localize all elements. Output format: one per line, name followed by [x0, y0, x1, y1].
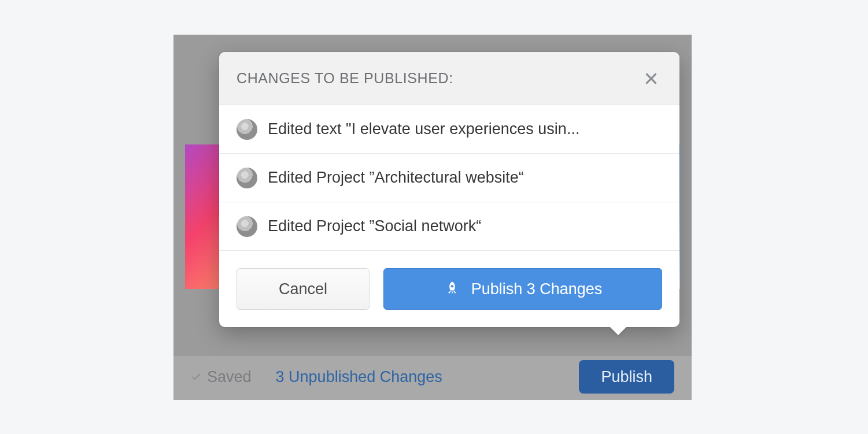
- status-saved: Saved: [191, 368, 252, 386]
- close-button[interactable]: [640, 68, 662, 90]
- publish-button-label: Publish: [601, 368, 652, 385]
- publish-changes-button-label: Publish 3 Changes: [471, 280, 603, 298]
- change-label: Edited Project ”Architectural website“: [268, 169, 524, 187]
- change-list: Edited text "I elevate user experiences …: [219, 105, 679, 251]
- popover-actions: Cancel Publish 3 Changes: [219, 251, 679, 327]
- check-icon: [191, 372, 201, 382]
- cancel-button-label: Cancel: [279, 280, 327, 298]
- avatar: [237, 119, 257, 140]
- change-item[interactable]: Edited Project ”Architectural website“: [219, 154, 679, 202]
- status-bar: Saved 3 Unpublished Changes Publish: [173, 356, 692, 400]
- status-saved-label: Saved: [207, 368, 252, 386]
- editor-stage: Saved 3 Unpublished Changes Publish CHAN…: [173, 35, 692, 400]
- avatar: [237, 216, 257, 237]
- change-label: Edited text "I elevate user experiences …: [268, 120, 579, 138]
- popover-title: CHANGES TO BE PUBLISHED:: [237, 70, 453, 87]
- avatar: [237, 168, 257, 188]
- rocket-icon: [444, 280, 461, 298]
- publish-button[interactable]: Publish: [579, 360, 674, 394]
- change-item[interactable]: Edited Project ”Social network“: [219, 202, 679, 251]
- publish-popover: CHANGES TO BE PUBLISHED: Edited text "I …: [219, 52, 679, 327]
- svg-point-0: [450, 285, 453, 288]
- change-item[interactable]: Edited text "I elevate user experiences …: [219, 105, 679, 154]
- unpublished-changes-link[interactable]: 3 Unpublished Changes: [276, 368, 442, 386]
- publish-changes-button[interactable]: Publish 3 Changes: [383, 268, 662, 310]
- change-label: Edited Project ”Social network“: [268, 217, 481, 235]
- cancel-button[interactable]: Cancel: [237, 268, 370, 310]
- close-icon: [644, 71, 659, 86]
- popover-header: CHANGES TO BE PUBLISHED:: [219, 52, 679, 105]
